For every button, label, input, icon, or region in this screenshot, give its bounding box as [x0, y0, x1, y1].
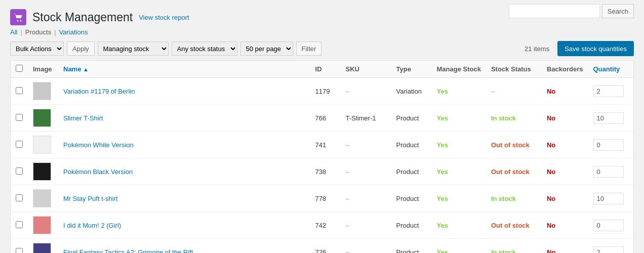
row-name: Mr Stay Puft t-shirt: [58, 185, 310, 212]
row-stock-status: Out of stock: [486, 132, 542, 158]
view-report-link[interactable]: View stock report: [139, 14, 189, 21]
quantity-input[interactable]: [593, 86, 624, 97]
stock-table: Image Name ▲ ID SKU Type Manage Stock St…: [10, 60, 634, 253]
nav-variations[interactable]: Variations: [59, 28, 88, 36]
row-stock-status: Out of stock: [486, 158, 542, 185]
row-image-cell: [28, 185, 58, 212]
row-id: 766: [310, 105, 341, 132]
row-type: Product: [391, 105, 432, 132]
row-quantity[interactable]: [588, 78, 634, 105]
row-sku: –: [341, 132, 391, 158]
table-row: Pokémon Black Version 738 – Product Yes …: [11, 158, 634, 185]
search-button[interactable]: Search: [602, 4, 634, 18]
product-thumbnail: [33, 82, 51, 100]
product-thumbnail: [33, 162, 51, 181]
row-quantity[interactable]: [588, 185, 634, 212]
row-sku: –: [341, 212, 391, 239]
nav-products[interactable]: Products: [25, 28, 51, 36]
svg-point-1: [20, 20, 22, 22]
th-sku: SKU: [341, 61, 391, 78]
row-checkbox[interactable]: [16, 167, 23, 175]
row-type: Product: [391, 132, 432, 158]
row-backorders: No: [542, 185, 588, 212]
row-image-cell: [28, 78, 58, 105]
per-page-select[interactable]: 50 per page: [240, 41, 293, 56]
sep-2: |: [54, 28, 56, 36]
row-manage-stock: Yes: [432, 105, 486, 132]
save-stock-button[interactable]: Save stock quantities: [557, 41, 634, 56]
row-checkbox-cell: [11, 158, 28, 185]
row-checkbox[interactable]: [16, 141, 23, 148]
search-input[interactable]: [509, 4, 600, 18]
quantity-input[interactable]: [593, 112, 624, 124]
table-row: Variation #1179 of Berlin 1179 – Variati…: [11, 78, 634, 105]
row-name: Final Fantasy Tactics A2: Grimoire of th…: [58, 239, 310, 254]
row-stock-status: Out of stock: [486, 212, 542, 239]
stock-status-select[interactable]: Any stock status: [172, 41, 237, 56]
select-all-checkbox[interactable]: [16, 65, 23, 72]
row-manage-stock: Yes: [432, 239, 486, 254]
th-name[interactable]: Name ▲: [58, 61, 310, 78]
row-type: Variation: [391, 78, 432, 105]
row-stock-status: –: [486, 78, 542, 105]
row-id: 778: [310, 185, 341, 212]
row-checkbox-cell: [11, 185, 28, 212]
row-name: Slimer T-Shirt: [58, 105, 310, 132]
row-image-cell: [28, 132, 58, 158]
quantity-input[interactable]: [593, 166, 624, 178]
apply-button[interactable]: Apply: [67, 41, 95, 56]
row-id: 741: [310, 132, 341, 158]
quantity-input[interactable]: [593, 193, 624, 204]
row-sku: –: [341, 185, 391, 212]
row-sku: T-Slimer-1: [341, 105, 391, 132]
quantity-input[interactable]: [593, 139, 624, 151]
row-quantity[interactable]: [588, 212, 634, 239]
row-stock-status: In stock: [486, 185, 542, 212]
product-thumbnail: [33, 136, 51, 154]
row-name: Variation #1179 of Berlin: [58, 78, 310, 105]
th-backorders: Backorders: [542, 61, 588, 78]
nav-all[interactable]: All: [10, 28, 17, 36]
managing-stock-select[interactable]: Managing stock: [98, 41, 169, 56]
row-quantity[interactable]: [588, 105, 634, 132]
quantity-input[interactable]: [593, 220, 624, 231]
search-area: Search: [509, 4, 634, 18]
row-checkbox[interactable]: [16, 194, 23, 201]
row-quantity[interactable]: [588, 239, 634, 254]
row-checkbox[interactable]: [16, 248, 23, 254]
sort-arrow: ▲: [83, 66, 89, 72]
row-checkbox[interactable]: [16, 87, 23, 94]
row-checkbox-cell: [11, 105, 28, 132]
row-stock-status: In stock: [486, 239, 542, 254]
page-title: Stock Management: [32, 12, 133, 23]
quantity-input[interactable]: [593, 246, 624, 254]
row-image-cell: [28, 212, 58, 239]
row-manage-stock: Yes: [432, 78, 486, 105]
row-backorders: No: [542, 78, 588, 105]
row-sku: –: [341, 78, 391, 105]
table-row: Slimer T-Shirt 766 T-Slimer-1 Product Ye…: [11, 105, 634, 132]
th-quantity: Quantity: [588, 61, 634, 78]
row-name: Pokémon Black Version: [58, 158, 310, 185]
row-type: Product: [391, 212, 432, 239]
row-type: Product: [391, 158, 432, 185]
th-stock-status: Stock Status: [486, 61, 542, 78]
row-type: Product: [391, 239, 432, 254]
row-manage-stock: Yes: [432, 212, 486, 239]
sub-nav: All | Products | Variations: [10, 28, 634, 36]
th-checkbox: [11, 61, 28, 78]
bulk-actions-select[interactable]: Bulk Actions: [10, 41, 64, 56]
row-quantity[interactable]: [588, 132, 634, 158]
th-image: Image: [28, 61, 58, 78]
row-checkbox[interactable]: [16, 114, 23, 121]
row-name: Pokémon White Version: [58, 132, 310, 158]
app-icon: [10, 9, 26, 25]
row-id: 742: [310, 212, 341, 239]
row-image-cell: [28, 158, 58, 185]
th-manage-stock: Manage Stock: [432, 61, 486, 78]
row-checkbox[interactable]: [16, 221, 23, 228]
filter-button[interactable]: Filter: [296, 41, 322, 56]
row-quantity[interactable]: [588, 158, 634, 185]
row-stock-status: In stock: [486, 105, 542, 132]
row-backorders: No: [542, 239, 588, 254]
